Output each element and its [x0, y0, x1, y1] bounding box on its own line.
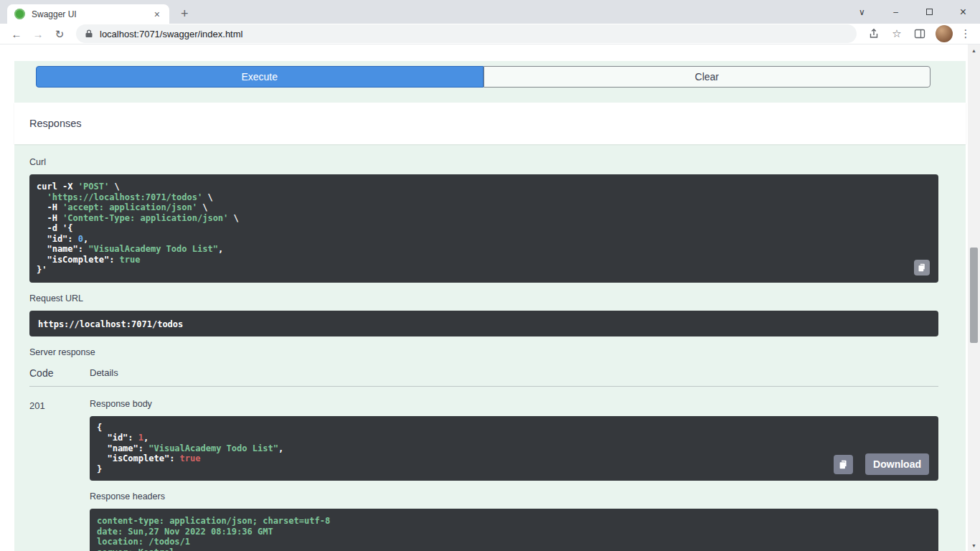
details-column-header: Details — [90, 367, 938, 379]
lock-icon — [85, 29, 93, 38]
profile-avatar[interactable] — [936, 25, 953, 42]
clipboard-icon — [918, 263, 926, 272]
url-text: localhost:7071/swagger/index.html — [100, 29, 242, 39]
response-body-controls: Download — [834, 453, 929, 475]
forward-icon[interactable]: → — [27, 29, 49, 39]
reload-icon[interactable]: ↻ — [49, 29, 70, 39]
scrollbar[interactable]: ▲ ▼ — [968, 44, 980, 551]
bookmark-star-icon[interactable]: ☆ — [885, 27, 908, 40]
server-response-label: Server response — [29, 347, 938, 357]
side-panel-icon[interactable] — [908, 28, 931, 39]
tab-search-chevron-icon[interactable]: ∨ — [845, 7, 879, 17]
response-body-label: Response body — [90, 399, 938, 409]
browser-window: Swagger UI × + ∨ – × ← → ↻ localhost:707… — [0, 0, 980, 551]
maximize-button[interactable] — [913, 7, 946, 17]
code-column-header: Code — [29, 367, 90, 379]
menu-icon[interactable]: ⋮ — [957, 27, 974, 40]
request-url-value: https://localhost:7071/todos — [38, 319, 183, 329]
response-body-code: { "id": 1, "name": "VisualAcademy Todo L… — [97, 423, 931, 475]
browser-tab[interactable]: Swagger UI × — [7, 4, 169, 24]
response-details: Response body { "id": 1, "name": "Visual… — [90, 399, 938, 551]
response-headers-label: Response headers — [90, 491, 938, 501]
curl-label: Curl — [29, 157, 938, 167]
download-button[interactable]: Download — [865, 453, 929, 475]
back-icon[interactable]: ← — [6, 29, 27, 39]
share-icon[interactable] — [862, 28, 885, 39]
execute-button[interactable]: Execute — [36, 66, 484, 88]
tab-title: Swagger UI — [32, 9, 152, 19]
maximize-icon — [926, 9, 933, 15]
status-code: 201 — [29, 399, 90, 551]
responses-section-header: Responses — [14, 103, 966, 144]
tab-close-icon[interactable]: × — [152, 9, 162, 20]
new-tab-button[interactable]: + — [181, 7, 189, 20]
scroll-down-icon[interactable]: ▼ — [968, 540, 980, 551]
request-url-label: Request URL — [29, 293, 938, 303]
execute-wrapper: Execute Clear — [14, 61, 966, 103]
curl-command-code: curl -X 'POST' \ 'https://localhost:7071… — [37, 182, 931, 276]
responses-table-header: Code Details — [29, 367, 938, 387]
request-url-block: https://localhost:7071/todos — [29, 311, 938, 336]
browser-toolbar: ← → ↻ localhost:7071/swagger/index.html … — [0, 24, 980, 44]
swagger-opblock: Execute Clear Responses Curl curl -X 'PO… — [14, 61, 966, 551]
response-headers-code: content-type: application/json; charset=… — [97, 516, 931, 551]
clipboard-icon — [839, 460, 848, 469]
swagger-favicon-icon — [14, 9, 25, 19]
copy-curl-button[interactable] — [914, 260, 930, 276]
scrollbar-thumb[interactable] — [970, 248, 978, 343]
page-content: Execute Clear Responses Curl curl -X 'PO… — [0, 44, 980, 551]
clear-button[interactable]: Clear — [484, 66, 931, 88]
responses-body: Curl curl -X 'POST' \ 'https://localhost… — [14, 144, 966, 551]
close-window-button[interactable]: × — [946, 6, 980, 19]
tab-strip: Swagger UI × + ∨ – × — [0, 0, 980, 24]
minimize-button[interactable]: – — [879, 7, 913, 17]
scroll-up-icon[interactable]: ▲ — [968, 44, 980, 56]
copy-response-button[interactable] — [834, 455, 853, 474]
response-row: 201 Response body { "id": 1, "name": "Vi… — [29, 399, 938, 551]
responses-title: Responses — [29, 118, 82, 129]
responses-table: Code Details 201 Response body { "id": 1… — [29, 367, 938, 551]
url-bar[interactable]: localhost:7071/swagger/index.html — [76, 24, 857, 43]
window-controls: ∨ – × — [845, 0, 980, 24]
response-body-block: { "id": 1, "name": "VisualAcademy Todo L… — [90, 416, 938, 481]
response-headers-block: content-type: application/json; charset=… — [90, 509, 938, 551]
curl-command-block: curl -X 'POST' \ 'https://localhost:7071… — [29, 174, 938, 283]
